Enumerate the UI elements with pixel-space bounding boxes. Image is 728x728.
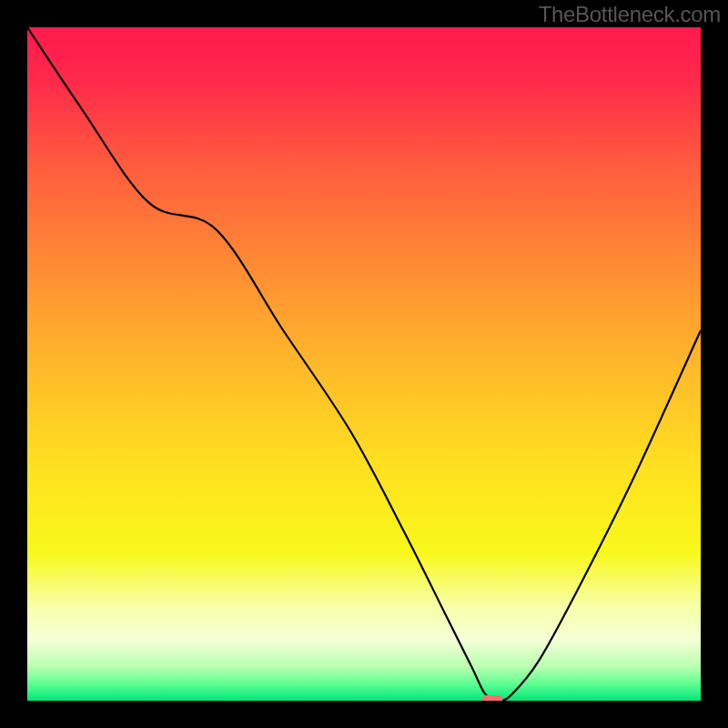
frame-right: [701, 0, 728, 728]
frame-left: [0, 0, 27, 728]
frame-bottom: [0, 701, 728, 728]
watermark-text: TheBottleneck.com: [539, 2, 721, 27]
gradient-background: [27, 27, 701, 701]
bottleneck-plot: [0, 0, 728, 728]
chart-container: TheBottleneck.com: [0, 0, 728, 728]
